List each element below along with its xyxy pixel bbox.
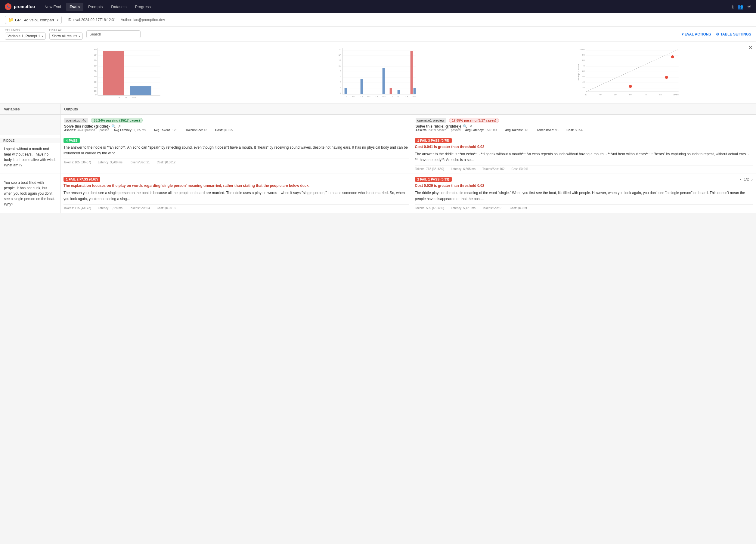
search-prompt2-icon[interactable]: 🔍: [463, 124, 467, 128]
nav-right-controls: ℹ 👥 ☀: [732, 4, 751, 10]
nav-prompts[interactable]: Prompts: [85, 3, 106, 11]
gear-icon: ⚙: [716, 32, 719, 36]
prompt1-tokens: Avg Tokens: 123: [154, 128, 181, 132]
svg-text:60: 60: [582, 70, 585, 72]
search-input[interactable]: [86, 30, 141, 38]
svg-text:6: 6: [340, 75, 342, 78]
prompt2-cost: Cost: $0.54: [566, 128, 586, 132]
display-value: Show all results: [52, 34, 77, 38]
prompt2-header-cell: openai:o1-preview 17.65% passing (3/17 c…: [412, 115, 756, 135]
prompt1-header: openai:gpt-4o 88.24% passing (15/17 case…: [64, 118, 408, 123]
model2-badge: openai:o1-preview: [416, 118, 446, 123]
svg-text:0: 0: [346, 95, 347, 97]
row2-result1-text: The reason you don't see a single person…: [64, 190, 409, 202]
search-prompt1-icon[interactable]: 🔍: [111, 124, 116, 128]
row2-result1-cost: Cost: $0.0013: [157, 206, 178, 210]
app-logo[interactable]: 🐾 promptfoo: [5, 3, 35, 10]
svg-text:30: 30: [584, 94, 587, 96]
prompt1-text: Solve this riddle: {{riddle}} 🔍 ↗: [64, 124, 408, 128]
svg-text:80: 80: [582, 59, 585, 61]
svg-text:50: 50: [614, 94, 616, 96]
row2-result2-badge: 2 FAIL 1 PASS (0.33): [415, 177, 452, 182]
nav-progress[interactable]: Progress: [132, 3, 154, 11]
svg-point-88: [671, 55, 674, 58]
result1-stats: Tokens: 105 (38+67) Latency: 3,208 ms To…: [64, 159, 409, 164]
open-prompt2-icon[interactable]: ↗: [469, 124, 472, 128]
svg-rect-57: [411, 51, 413, 94]
scatter-chart: Prompt 2 Score 100% 90 80 70 60 50 40 30…: [507, 47, 751, 99]
row2-result1-stats: Tokens: 115 (43+72) Latency: 1,328 ms To…: [64, 204, 409, 210]
prompt-header-row: openai:gpt-4o 88.24% passing (15/17 case…: [0, 115, 756, 135]
svg-text:70: 70: [94, 59, 97, 62]
result2-error: Cost 0.041 is greater than threshold 0.0…: [415, 145, 753, 149]
columns-select[interactable]: Variable 1, Prompt 1 ▾: [5, 32, 46, 40]
svg-rect-21: [130, 86, 151, 95]
page-indicator: 1/2: [744, 177, 749, 181]
pass-rate-chart: 90 80 70 60 50 40 30 20 10 0: [5, 47, 249, 99]
svg-text:20: 20: [94, 86, 97, 89]
svg-text:80: 80: [659, 94, 661, 96]
eval-metadata: ID: eval-2024-09-17T18:12:31 Author: ian…: [68, 18, 165, 22]
svg-point-89: [665, 76, 668, 79]
nav-items: New Eval Evals Prompts Datasets Progress: [41, 3, 154, 11]
prompt2-asserts: Asserts: 23/39 passed passed: [416, 128, 461, 132]
table-settings-button[interactable]: ⚙ TABLE SETTINGS: [716, 32, 751, 36]
columns-group: Columns Variable 1, Prompt 1 ▾: [5, 29, 46, 40]
svg-text:90: 90: [94, 48, 97, 51]
row1-result1: 4 PASS The answer to the riddle is **an …: [60, 135, 412, 174]
row2-result1: 1 FAIL 2 PASS (0.67) The explanation foc…: [60, 174, 412, 213]
svg-text:10: 10: [94, 90, 97, 92]
prev-page-button[interactable]: ‹: [740, 177, 742, 182]
prompt2-header: openai:o1-preview 17.65% passing (3/17 c…: [416, 118, 752, 123]
eval-actions-button[interactable]: ▾ EVAL ACTIONS: [682, 32, 711, 36]
svg-rect-56: [398, 90, 400, 94]
logo-icon: 🐾: [5, 3, 11, 10]
display-group: Display Show all results ▾: [49, 29, 83, 40]
subheader: 📁 GPT 4o vs o1 compari ▾ ID: eval-2024-0…: [0, 13, 756, 27]
svg-rect-52: [345, 88, 347, 94]
display-select[interactable]: Show all results ▾: [49, 32, 83, 40]
result1-tokens: Tokens: 105 (38+67): [64, 161, 94, 164]
svg-rect-58: [414, 88, 416, 94]
table-row: You see a boat filled with people. It ha…: [0, 174, 756, 213]
nav-datasets[interactable]: Datasets: [107, 3, 130, 11]
svg-text:30: 30: [582, 86, 585, 88]
open-prompt1-icon[interactable]: ↗: [118, 124, 121, 128]
result1-cost: Cost: $0.0012: [157, 161, 178, 164]
eval-actions-label: EVAL ACTIONS: [685, 32, 711, 36]
model1-badge: openai:gpt-4o: [64, 118, 88, 123]
row2-result1-tokens-sec: Tokens/Sec: 54: [129, 206, 153, 210]
svg-point-90: [629, 85, 632, 88]
svg-text:0.9: 0.9: [413, 95, 416, 97]
nav-evals[interactable]: Evals: [66, 3, 83, 11]
svg-text:40: 40: [94, 75, 97, 78]
info-icon[interactable]: ℹ: [732, 4, 734, 10]
result-block: 1 FAIL 3 PASS (0.75) Cost 0.041 is great…: [412, 135, 756, 174]
svg-text:Prompt 1 Score: Prompt 1 Score: [624, 97, 641, 98]
svg-text:100%: 100%: [673, 94, 678, 96]
distribution-svg: 16 14 12 10 8 6 4 2 0 0 0.1 0.2 0.3 0.4: [256, 47, 500, 98]
result1-latency: Latency: 3,208 ms: [98, 161, 125, 164]
row2-result2: 2 FAIL 1 PASS (0.33) Cost 0.029 is great…: [412, 174, 756, 213]
nav-new-eval[interactable]: New Eval: [41, 3, 65, 11]
prompt2-pass-badge: 17.65% passing (3/17 cases): [449, 118, 499, 123]
eval-table: Variables Outputs openai:gpt-4o 88.24% p…: [0, 104, 756, 213]
next-page-button[interactable]: ›: [751, 177, 753, 182]
row2-variable-text: You see a boat filled with people. It ha…: [4, 180, 57, 207]
row2-result2-tokens-sec: Tokens/Sec: 91: [482, 206, 506, 210]
eval-selector[interactable]: 📁 GPT 4o vs o1 compari ▾: [5, 16, 62, 24]
columns-label: Columns: [5, 29, 46, 32]
prompt1-pass-badge: 88.24% passing (15/17 cases): [91, 118, 142, 123]
settings-icon[interactable]: ☀: [747, 4, 751, 10]
result2-tokens: Tokens: 718 (38+680): [415, 167, 447, 171]
table-header-row: Variables Outputs: [0, 104, 756, 115]
row2-result2-error: Cost 0.029 is greater than threshold 0.0…: [415, 184, 485, 188]
row1-result2: 1 FAIL 3 PASS (0.75) Cost 0.041 is great…: [412, 135, 756, 174]
prompt1-tokens-sec: Tokens/Sec: 42: [185, 128, 211, 132]
pagination: ‹ 1/2 ›: [740, 177, 753, 182]
table-row: riddle I speak without a mouth and hear …: [0, 135, 756, 174]
prompt1-cost: Cost: $0.025: [215, 128, 237, 132]
users-icon[interactable]: 👥: [737, 4, 743, 10]
svg-rect-20: [103, 51, 124, 95]
svg-rect-54: [383, 68, 385, 94]
